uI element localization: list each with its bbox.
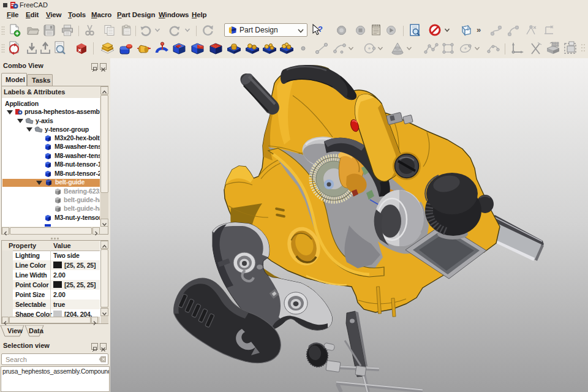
svg-text:?: ? (318, 24, 323, 34)
svg-text:View: View (7, 327, 23, 334)
svg-text:Data: Data (29, 327, 44, 334)
